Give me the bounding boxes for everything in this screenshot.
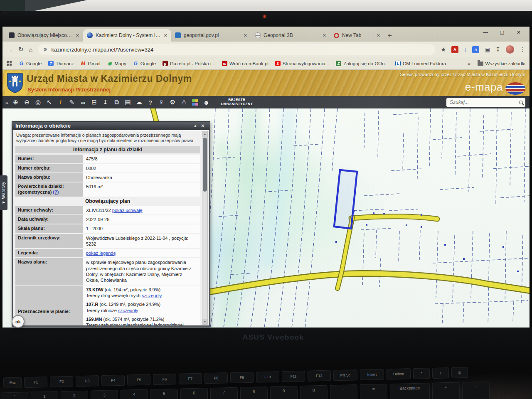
show-legend-link[interactable]: pokaż legendę: [86, 251, 116, 256]
copy-view-icon[interactable]: ⧉: [111, 99, 122, 106]
scroll-down-icon[interactable]: ▼: [202, 319, 207, 324]
link-icon[interactable]: ∞: [77, 99, 89, 106]
ok-button[interactable]: ok: [12, 315, 25, 328]
zoom-out-icon[interactable]: ⊖: [21, 99, 32, 106]
bookmark-goo[interactable]: ZZaloguj się do GOo...: [336, 61, 389, 66]
zoning-details-link[interactable]: szczegóły: [118, 308, 138, 313]
reload-icon[interactable]: ↻: [18, 46, 24, 53]
bookmark-mbank[interactable]: mWróć na mBank.pl: [222, 61, 268, 66]
zoning-item: 107.R (ok. 1249 m², pokrycie 24.9%) Tere…: [86, 301, 197, 313]
section-parcel-info: Informacja z planu dla działki: [15, 146, 200, 153]
bookmark-gazeta[interactable]: gGazeta.pl - Polska i...: [163, 61, 215, 66]
zoning-details-link[interactable]: szczegóły: [142, 293, 162, 298]
tab-close-icon[interactable]: ✕: [323, 33, 326, 38]
search-input[interactable]: [449, 99, 517, 106]
bookmarks-overflow-icon[interactable]: »: [468, 61, 470, 66]
help-icon[interactable]: ?: [145, 99, 156, 106]
bookmark-mapy[interactable]: ◉Mapy: [107, 61, 126, 66]
pdf-extension-icon[interactable]: A: [451, 46, 458, 53]
minimize-button[interactable]: —: [477, 27, 494, 38]
scroll-up-icon[interactable]: ▲: [202, 131, 207, 137]
home-icon[interactable]: ⌂: [29, 46, 33, 53]
new-tab-button[interactable]: +: [384, 30, 396, 42]
search-icon[interactable]: [519, 101, 523, 104]
full-extent-icon[interactable]: ◎: [32, 99, 44, 106]
bookmark-google[interactable]: GGoogle: [19, 61, 42, 66]
close-button[interactable]: ✕: [510, 27, 527, 38]
collapse-panel-icon[interactable]: «: [3, 99, 10, 106]
search-box[interactable]: [446, 98, 525, 107]
photo-scene: Obowiązujący Miejscowy Plan ✕ Kazimierz …: [0, 0, 532, 399]
row-label: Nazwa planu:: [15, 258, 83, 284]
url-pill[interactable]: ⚙: [38, 44, 436, 55]
bookmark-label: Gazeta.pl - Polska i...: [170, 61, 215, 66]
tab-close-icon[interactable]: ✕: [164, 33, 167, 38]
panel-close-icon[interactable]: ✕: [199, 123, 207, 128]
bookmark-google-2[interactable]: GGoogle: [133, 61, 156, 66]
tab-new-tab[interactable]: New Tab ✕: [330, 29, 384, 42]
bookmark-gmail[interactable]: MGmail: [81, 61, 101, 66]
bookmark-wylogowanie[interactable]: SStrona wylogowania...: [275, 61, 330, 66]
forward-icon[interactable]: →: [7, 46, 13, 53]
downloads-icon[interactable]: ↧: [495, 46, 500, 53]
panel-title-bar[interactable]: Informacja o obiekcie ▲ ✕: [12, 121, 210, 130]
row-label: Numer:: [15, 155, 83, 163]
panel-scrollbar[interactable]: ▲ ▼: [202, 131, 208, 325]
row-skala: Skala planu: 1 : 2000: [15, 224, 200, 233]
urban-register-button[interactable]: REJESTR URBANISTYCZNY: [212, 98, 262, 106]
settings-gear-icon[interactable]: ⚙: [167, 99, 178, 106]
north-arrow-icon[interactable]: ⚠: [178, 99, 190, 106]
tab-close-icon[interactable]: ✕: [76, 33, 79, 38]
tab-label: New Tab: [342, 32, 374, 38]
area-help-link[interactable]: (?): [53, 190, 59, 195]
apps-grid-icon[interactable]: [7, 61, 12, 66]
row-dziennik: Dziennik urzędowy: Województwa Lubelskie…: [15, 234, 200, 249]
site-info-icon[interactable]: ⚙: [43, 47, 47, 52]
row-przeznaczenie: Przeznaczenie w planie: 73.KDW (ok. 194 …: [15, 286, 200, 327]
identify-info-icon[interactable]: i: [55, 99, 66, 106]
row-nazwa-obrebu: Nazwa obrębu: Cholewianka: [15, 173, 200, 182]
row-numer-uchwaly: Numer uchwały: XLIV/311/22 pokaż uchwałę: [15, 206, 200, 214]
clipboard-extension-icon[interactable]: ▣: [485, 46, 490, 53]
emapa-brand[interactable]: e-mapa: [465, 81, 503, 94]
site-header: Urząd Miasta w Kazimierzu Dolnym System …: [2, 70, 530, 96]
scrollbar-thumb[interactable]: [203, 138, 207, 192]
bookmark-label: Google: [26, 61, 42, 66]
tab-kazimierz-dolny[interactable]: Kazimierz Dolny - System Infor ✕: [83, 29, 171, 42]
emapa-globe-logo: [505, 82, 525, 95]
row-label: Powierzchnia działki:(geometryczna) (?): [15, 182, 83, 197]
profile-avatar[interactable]: [506, 45, 514, 54]
key: F10: [256, 371, 280, 382]
tab-geoportal-3d[interactable]: Geoportal 3D ✕: [251, 29, 330, 42]
bookmark-tlumacz[interactable]: TTłumacz: [48, 61, 74, 66]
translate-extension-icon[interactable]: a: [472, 46, 479, 53]
panel-collapse-icon[interactable]: ▲: [192, 123, 199, 128]
maps-pin-icon: ◉: [107, 61, 113, 66]
drive-extension-icon[interactable]: ↓: [464, 46, 467, 53]
key: F3: [76, 375, 99, 387]
tab-close-icon[interactable]: ✕: [244, 33, 247, 38]
maximize-button[interactable]: ▢: [494, 27, 510, 38]
layers-panel-tab[interactable]: ▼ Warstwy: [0, 175, 7, 210]
all-bookmarks-button[interactable]: Wszystkie zakładki: [478, 61, 526, 66]
layout-icon[interactable]: ▤: [122, 99, 133, 106]
browser-menu-icon[interactable]: ⋮: [520, 46, 525, 53]
tab-close-icon[interactable]: ✕: [377, 33, 380, 38]
zoom-in-icon[interactable]: ⊕: [10, 99, 21, 106]
url-input[interactable]: [51, 46, 431, 53]
pointer-icon[interactable]: ↖: [44, 99, 55, 106]
locate-icon[interactable]: ↧: [100, 99, 111, 106]
feedback-icon[interactable]: ☻: [201, 99, 212, 106]
key: F9: [230, 372, 254, 383]
print-icon[interactable]: ⊟: [89, 99, 100, 106]
measure-icon[interactable]: ✎: [66, 99, 77, 106]
polygon-select-icon[interactable]: ☁: [133, 99, 145, 106]
tab-miejscowy-plan[interactable]: Obowiązujący Miejscowy Plan ✕: [5, 29, 83, 42]
show-resolution-link[interactable]: pokaż uchwałę: [112, 208, 143, 213]
bookmark-star-icon[interactable]: ★: [441, 46, 446, 53]
thematic-layers-icon[interactable]: [192, 99, 198, 106]
object-info-panel: Informacja o obiekcie ▲ ✕ Uwaga: prezent…: [12, 121, 210, 327]
bookmark-luxmed[interactable]: LCM Luxmed Faktura: [395, 61, 446, 66]
export-icon[interactable]: ⇪: [156, 99, 167, 106]
tab-geoportal[interactable]: geoportal.gov.pl ✕: [171, 29, 251, 42]
